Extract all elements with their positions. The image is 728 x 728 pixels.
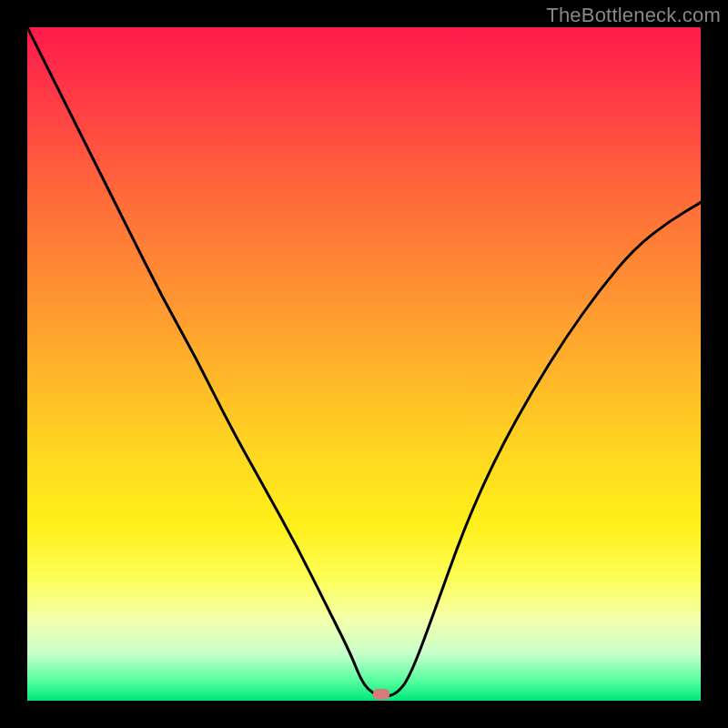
watermark-text: TheBottleneck.com xyxy=(546,4,721,27)
plot-area xyxy=(27,27,701,701)
minimum-marker xyxy=(373,689,389,700)
bottleneck-curve xyxy=(27,27,701,701)
chart-frame: TheBottleneck.com xyxy=(0,0,728,728)
